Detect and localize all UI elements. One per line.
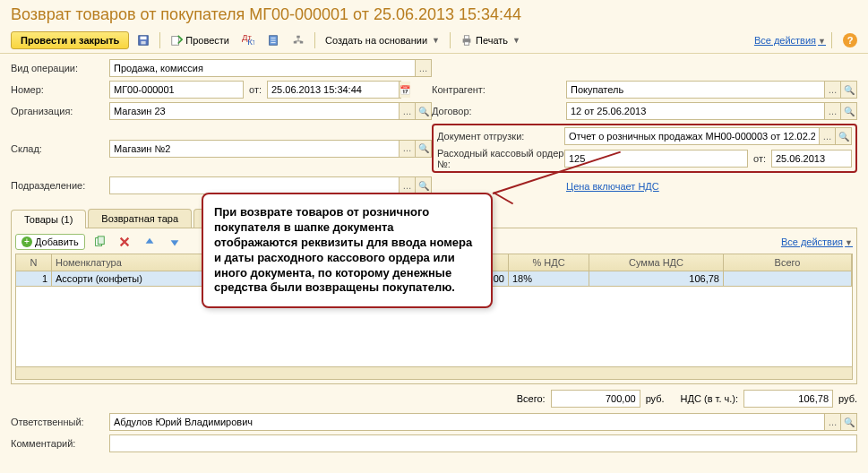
col-vatsum[interactable]: Сумма НДС — [589, 254, 724, 271]
main-toolbar: Провести и закрыть Провести ДтКт Создать… — [0, 28, 868, 54]
grid-scrollbar[interactable] — [16, 366, 852, 379]
ellipsis-icon[interactable]: … — [824, 82, 840, 98]
callout-tooltip: При возврате товаров от розничного покуп… — [202, 193, 493, 308]
cashorder-date-field[interactable]: 📅 — [771, 150, 852, 168]
number-field[interactable] — [109, 81, 244, 99]
svg-rect-1 — [141, 37, 147, 40]
shipdoc-label: Документ отгрузки: — [437, 131, 564, 142]
svg-rect-17 — [464, 42, 468, 46]
svg-rect-19 — [98, 236, 104, 245]
col-total[interactable]: Всего — [724, 254, 852, 271]
page-title: Возврат товаров от покупателя МГ00-00000… — [0, 0, 868, 28]
date-field[interactable]: 📅 — [267, 81, 401, 99]
search-icon[interactable]: 🔍 — [415, 103, 431, 119]
division-label: Подразделение: — [11, 180, 109, 191]
tab-tare[interactable]: Возвратная тара — [88, 209, 192, 228]
cashorder-num-field[interactable] — [564, 150, 748, 168]
col-vatpct[interactable]: % НДС — [509, 254, 589, 271]
post-and-close-button[interactable]: Провести и закрыть — [11, 31, 129, 49]
from-label: от: — [244, 84, 267, 95]
move-down-button[interactable] — [164, 234, 185, 250]
ellipsis-icon[interactable]: … — [399, 177, 415, 194]
contract-label: Договор: — [432, 106, 566, 116]
save-button[interactable] — [133, 32, 154, 48]
ellipsis-icon[interactable]: … — [824, 414, 840, 430]
print-button[interactable]: Печать▼ — [456, 32, 525, 48]
counterparty-label: Контрагент: — [432, 84, 566, 95]
division-field[interactable]: …🔍 — [109, 176, 432, 194]
search-icon[interactable]: 🔍 — [840, 82, 856, 98]
search-icon[interactable]: 🔍 — [415, 177, 431, 194]
search-icon[interactable]: 🔍 — [840, 414, 856, 430]
total-field — [551, 390, 640, 408]
shipdoc-field[interactable]: …🔍 — [564, 127, 852, 145]
op-type-field[interactable]: … — [109, 59, 432, 77]
add-row-button[interactable]: +Добавить — [15, 234, 85, 250]
all-actions-link[interactable]: Все действия▼ — [754, 35, 826, 46]
ellipsis-icon[interactable]: … — [824, 103, 840, 119]
number-label: Номер: — [11, 84, 109, 95]
warehouse-field[interactable]: …🔍 — [109, 140, 432, 158]
chevron-down-icon: ▼ — [432, 36, 440, 45]
total-label: Всего: — [517, 393, 546, 404]
warehouse-label: Склад: — [11, 143, 109, 154]
search-icon[interactable]: 🔍 — [835, 128, 851, 144]
vat-included-link[interactable]: Цена включает НДС — [566, 181, 659, 192]
counterparty-field[interactable]: …🔍 — [566, 81, 857, 99]
svg-rect-10 — [296, 36, 300, 39]
all-actions-sub-link[interactable]: Все действия▼ — [781, 236, 853, 247]
move-up-button[interactable] — [139, 234, 160, 250]
delete-button[interactable] — [114, 234, 135, 250]
svg-rect-2 — [142, 41, 146, 45]
responsible-label: Ответственный: — [11, 417, 109, 427]
calendar-icon[interactable]: 📅 — [399, 82, 410, 98]
ellipsis-icon[interactable]: … — [415, 60, 431, 76]
help-button[interactable]: ? — [843, 33, 857, 47]
cashorder-label: Расходный кассовый ордер №: — [437, 148, 564, 169]
org-label: Организация: — [11, 106, 109, 116]
comment-field[interactable] — [109, 434, 857, 452]
comment-label: Комментарий: — [11, 438, 109, 449]
dtkt-button[interactable]: ДтКт — [237, 32, 259, 48]
col-n[interactable]: N — [16, 254, 52, 271]
op-type-label: Вид операции: — [11, 63, 109, 73]
copy-button[interactable] — [89, 234, 110, 250]
rub-label-2: руб. — [838, 393, 857, 404]
highlighted-section: Документ отгрузки: …🔍 Расходный кассовый… — [432, 124, 857, 173]
svg-rect-3 — [172, 37, 179, 46]
org-field[interactable]: …🔍 — [109, 102, 432, 120]
from-label-2: от: — [748, 153, 771, 164]
search-icon[interactable]: 🔍 — [840, 103, 856, 119]
contract-field[interactable]: …🔍 — [566, 102, 857, 120]
search-icon[interactable]: 🔍 — [415, 141, 431, 157]
chevron-down-icon: ▼ — [512, 36, 520, 45]
ellipsis-icon[interactable]: … — [399, 103, 415, 119]
rub-label: руб. — [646, 393, 665, 404]
svg-text:Кт: Кт — [247, 37, 254, 47]
ellipsis-icon[interactable]: … — [819, 128, 835, 144]
responsible-field[interactable]: …🔍 — [109, 413, 857, 431]
structure-button[interactable] — [288, 32, 309, 48]
plus-icon: + — [21, 236, 32, 247]
post-button[interactable]: Провести — [166, 32, 234, 48]
ellipsis-icon[interactable]: … — [399, 141, 415, 157]
tab-goods[interactable]: Товары (1) — [11, 210, 86, 228]
col-nom[interactable]: Номенклатура — [52, 254, 204, 271]
svg-rect-16 — [464, 36, 468, 39]
vat-total-field — [743, 390, 833, 408]
report-button[interactable] — [262, 32, 284, 48]
vat-total-label: НДС (в т. ч.): — [681, 393, 738, 404]
create-based-button[interactable]: Создать на основании▼ — [321, 33, 444, 47]
